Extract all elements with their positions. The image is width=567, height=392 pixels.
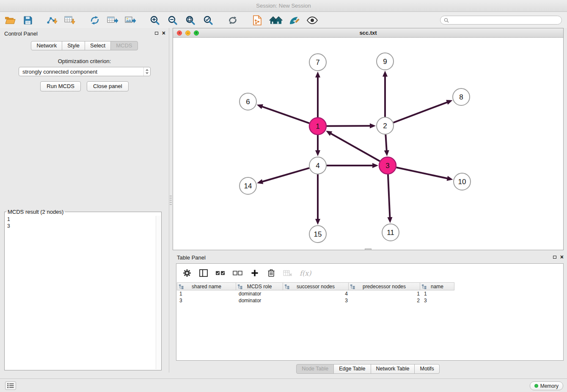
network-graph: 7968124314101511 — [173, 38, 563, 250]
table-cell[interactable]: 1 — [177, 290, 237, 297]
select-all-button[interactable] — [215, 268, 226, 279]
refresh-view-button[interactable] — [227, 14, 239, 27]
window-resize-grip[interactable] — [365, 248, 372, 250]
new-network-button[interactable] — [89, 14, 101, 27]
import-network-button[interactable] — [47, 14, 58, 27]
float-panel-icon[interactable] — [155, 32, 158, 35]
table-cell[interactable]: 1 — [422, 290, 457, 297]
edge-arrowhead-icon — [315, 219, 320, 225]
edge-arrowhead-icon — [387, 217, 392, 223]
zoom-in-button[interactable] — [149, 14, 161, 27]
table-cell[interactable]: 3 — [177, 297, 237, 304]
graph-edge-1-2[interactable] — [327, 126, 371, 126]
column-type-icon — [422, 284, 427, 290]
save-session-button[interactable] — [22, 14, 34, 27]
float-table-panel-icon[interactable] — [553, 256, 556, 259]
table-row[interactable]: 1dominator411 — [177, 290, 563, 297]
panel-splitter-handle[interactable] — [170, 196, 172, 205]
table-cell[interactable]: 4 — [284, 290, 350, 297]
table-cell[interactable]: 1 — [350, 290, 422, 297]
import-table-button[interactable] — [64, 14, 76, 27]
network-window-titlebar[interactable]: × − + scc.txt — [173, 28, 563, 38]
tab-mcds[interactable]: MCDS — [110, 41, 138, 50]
graph-edge-3-1[interactable] — [330, 133, 380, 161]
open-session-button[interactable] — [4, 14, 16, 27]
table-tab-motifs[interactable]: Motifs — [414, 364, 439, 374]
control-panel-tabs: NetworkStyleSelectMCDS — [0, 41, 169, 50]
network-view-window: × − + scc.txt 7968124314101511 — [173, 28, 564, 250]
function-builder-button[interactable]: f(x) — [300, 268, 311, 279]
export-image-button[interactable] — [124, 14, 136, 27]
node-table-header: shared nameMCDS rolesuccessor nodesprede… — [177, 282, 563, 290]
graph-edge-4-14[interactable] — [262, 168, 309, 182]
mcds-result-box: MCDS result (2 nodes) 1 3 — [4, 209, 162, 370]
edge-arrowhead-icon — [370, 123, 376, 128]
show-column-panel-button[interactable] — [199, 268, 208, 279]
column-header-name[interactable]: name — [420, 282, 454, 290]
close-table-panel-icon[interactable]: × — [560, 254, 564, 259]
dropdown-stepper-icon — [143, 67, 150, 76]
search-box[interactable] — [440, 16, 562, 25]
close-panel-icon[interactable]: × — [162, 30, 165, 36]
network-canvas[interactable]: 7968124314101511 — [173, 38, 563, 250]
trash-icon — [267, 269, 275, 277]
graph-edge-3-10[interactable] — [396, 167, 448, 178]
mcds-result-text[interactable]: 1 3 — [5, 215, 161, 229]
delete-column-button[interactable] — [267, 268, 276, 279]
graph-edge-3-11[interactable] — [388, 174, 390, 218]
criterion-select[interactable]: strongly connected component — [19, 67, 151, 76]
table-cell[interactable]: 2 — [350, 297, 422, 304]
tab-select[interactable]: Select — [85, 41, 111, 50]
deselect-all-button[interactable] — [233, 268, 243, 279]
show-networks-button[interactable] — [269, 14, 283, 27]
graph-edge-1-6[interactable] — [261, 106, 309, 123]
session-document-button[interactable] — [251, 14, 263, 27]
table-cell[interactable]: dominator — [237, 297, 284, 304]
export-table-button[interactable] — [107, 14, 118, 27]
graph-edge-2-3[interactable] — [385, 135, 386, 151]
run-mcds-button[interactable]: Run MCDS — [40, 81, 81, 91]
zoom-fit-button[interactable] — [184, 14, 196, 27]
network-window-title: scc.txt — [359, 30, 377, 36]
zoom-selected-button[interactable] — [202, 14, 214, 27]
save-icon — [24, 16, 32, 25]
status-bar: Memory — [0, 378, 567, 392]
tab-network[interactable]: Network — [31, 41, 62, 50]
zoom-window-icon[interactable]: + — [194, 30, 199, 36]
graph-node-label: 8 — [459, 93, 463, 101]
tab-style[interactable]: Style — [62, 41, 85, 50]
table-tab-edge-table[interactable]: Edge Table — [333, 364, 371, 374]
table-cell[interactable]: dominator — [237, 290, 284, 297]
table-cell[interactable]: 3 — [284, 297, 350, 304]
show-hide-button[interactable] — [306, 14, 318, 27]
add-column-button[interactable] — [250, 268, 259, 279]
zoom-out-button[interactable] — [167, 14, 179, 27]
column-header-MCDS-role[interactable]: MCDS role — [236, 282, 283, 290]
open-folder-icon — [5, 16, 16, 25]
graph-edge-2-8[interactable] — [394, 102, 448, 123]
table-cell[interactable]: 3 — [422, 297, 457, 304]
table-tab-node-table[interactable]: Node Table — [296, 364, 334, 374]
show-task-history-button[interactable] — [5, 381, 16, 390]
gear-icon — [183, 269, 191, 277]
edge-arrowhead-icon — [372, 163, 378, 168]
close-panel-button[interactable]: Close panel — [87, 81, 129, 91]
column-header-shared-name[interactable]: shared name — [177, 282, 236, 290]
column-header-predecessor-nodes[interactable]: predecessor nodes — [348, 282, 420, 290]
close-window-icon[interactable]: × — [177, 30, 182, 36]
result-scrollbar[interactable] — [156, 216, 161, 369]
memory-button[interactable]: Memory — [530, 381, 563, 390]
apply-style-button[interactable] — [289, 14, 300, 27]
minimize-window-icon[interactable]: − — [185, 30, 190, 36]
search-input[interactable] — [451, 17, 558, 23]
zoom-in-icon — [150, 15, 160, 25]
table-settings-button[interactable] — [182, 268, 192, 279]
delete-table-button[interactable] — [283, 268, 292, 279]
column-header-successor-nodes[interactable]: successor nodes — [283, 282, 349, 290]
graph-node-label: 9 — [383, 58, 387, 66]
control-panel: Control Panel × NetworkStyleSelectMCDS O… — [0, 28, 169, 373]
table-row[interactable]: 3dominator323 — [177, 297, 563, 304]
export-table-icon — [107, 16, 118, 25]
criterion-selected-value: strongly connected component — [22, 69, 143, 75]
table-tab-network-table[interactable]: Network Table — [371, 364, 415, 374]
